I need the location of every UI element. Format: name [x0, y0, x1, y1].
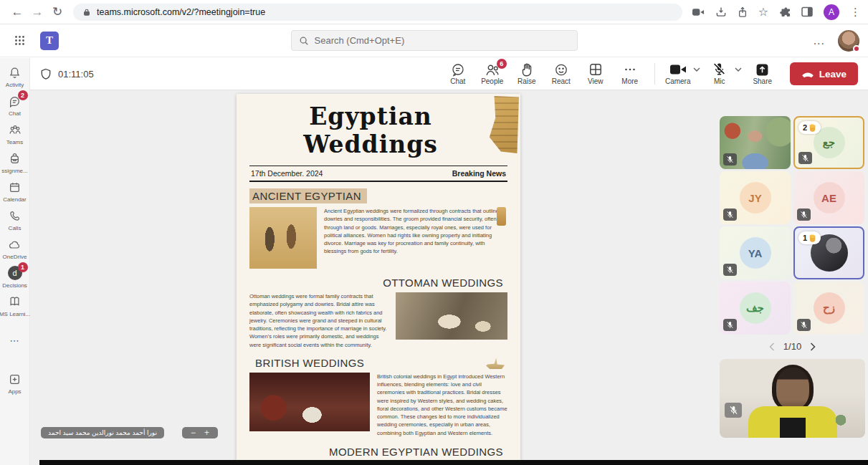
raise-hand-icon [520, 62, 534, 77]
section-heading-ancient: ANCIENT EGYPTIAN [249, 188, 367, 203]
meeting-timer: 01:11:05 [40, 68, 94, 80]
address-bar[interactable]: teams.microsoft.com/v2/?meetingjoin=true [73, 4, 682, 21]
participant-initials: زح [814, 292, 845, 324]
zoom-out-button[interactable]: − [191, 428, 196, 437]
spotlight-video-tile[interactable] [720, 359, 865, 438]
sidebar-item-decisions[interactable]: d 1 Decisions [0, 266, 30, 289]
hieroglyph-figure-graphic [497, 207, 506, 226]
mic-muted-badge [798, 152, 812, 164]
participant-tile-avatar[interactable]: جف [720, 282, 791, 335]
chat-icon [451, 62, 465, 77]
view-button[interactable]: View [578, 62, 613, 85]
people-badge: 6 [497, 59, 507, 69]
ottoman-text: Ottoman weddings were formal family cont… [249, 292, 388, 349]
browser-menu-icon[interactable]: ⋮ [850, 6, 861, 19]
backpack-icon [8, 151, 22, 166]
browser-forward-button[interactable]: → [27, 2, 47, 22]
participants-panel: 2 جع JY AE [720, 116, 865, 438]
zoom-in-button[interactable]: + [204, 428, 209, 437]
participant-initials: YA [740, 237, 771, 269]
participant-tile-video[interactable] [720, 116, 791, 169]
book-icon [8, 294, 22, 309]
toolbar-divider [654, 63, 655, 85]
teams-logo[interactable]: T [40, 32, 59, 50]
british-image [249, 373, 370, 431]
slide-date-row: 17th December. 2024 Breaking News [249, 166, 507, 182]
search-input[interactable] [315, 35, 570, 46]
participant-tile-avatar[interactable]: JY [720, 171, 791, 224]
sidebar-more-button[interactable]: ⋯ [0, 333, 30, 347]
chat-badge: 2 [18, 90, 28, 100]
mic-button[interactable]: Mic [704, 62, 735, 85]
participant-initials: AE [814, 182, 845, 214]
participant-tile-photo[interactable]: 1 [793, 226, 864, 279]
participant-tile-avatar[interactable]: 2 جع [793, 116, 864, 169]
sidebar-item-assignments[interactable]: ssignme... [0, 151, 30, 174]
section-heading-modern: MODERN EGYPTIAN WEDDINGS [249, 446, 503, 458]
extensions-icon[interactable] [779, 6, 791, 18]
participant-tile-avatar[interactable]: AE [793, 171, 864, 224]
meeting-toolbar: 01:11:05 Chat [30, 58, 868, 90]
chat-bubble-icon: 2 [8, 94, 22, 108]
browser-profile-avatar[interactable]: A [824, 4, 839, 20]
sidebar-item-calendar[interactable]: Calendar [0, 180, 30, 203]
mic-muted-badge [797, 319, 811, 331]
raised-hand-badge: 1 [798, 231, 821, 244]
share-button[interactable]: Share [745, 62, 780, 85]
pager-next-icon[interactable] [810, 342, 816, 351]
share-screen-icon [755, 62, 770, 77]
browser-back-button[interactable]: ← [7, 2, 27, 22]
mic-options-chevron[interactable] [733, 59, 744, 80]
search-bar[interactable] [291, 30, 578, 51]
camera-button[interactable]: Camera [662, 62, 694, 85]
apps-plus-icon [8, 372, 22, 386]
sidebar-item-chat[interactable]: 2 Chat [0, 94, 30, 117]
camera-options-chevron[interactable] [691, 59, 702, 80]
browser-reload-button[interactable]: ↻ [47, 2, 67, 22]
phone-icon [8, 208, 22, 223]
pager-text: 1/10 [783, 341, 801, 352]
chat-button[interactable]: Chat [441, 62, 475, 85]
react-button[interactable]: React [544, 62, 578, 85]
slide-title: Egyptian Weddings [252, 102, 489, 158]
participant-tile-avatar[interactable]: YA [720, 226, 791, 279]
sidebar-item-teams[interactable]: Teams [0, 123, 30, 145]
section-heading-british: BRITISH WEDDINGS [255, 357, 507, 369]
papyrus-graphic [489, 96, 519, 153]
lock-icon [82, 7, 91, 17]
sidebar-item-apps[interactable]: Apps [0, 372, 30, 395]
mic-muted-badge [723, 319, 737, 331]
mic-muted-badge [723, 153, 737, 166]
bookmark-star-icon[interactable]: ☆ [758, 5, 768, 19]
ellipsis-icon: ⋯ [8, 333, 22, 347]
app-launcher-icon[interactable] [9, 30, 30, 52]
presenter-name-label: نورا أحمد محمد نورالدين محمد سيد احمد [41, 427, 164, 438]
zoom-controls: − + [182, 427, 218, 438]
pager-prev-icon[interactable] [769, 342, 775, 351]
sidebar-item-activity[interactable]: Activity [0, 65, 30, 88]
tab-camera-icon[interactable] [692, 7, 705, 17]
sidebar-item-onedrive[interactable]: OneDrive [0, 237, 30, 260]
shared-presentation: Egyptian Weddings 17th December. 2024 Br… [237, 94, 520, 461]
raised-hand-badge: 2 [798, 121, 821, 134]
people-icon: 6 [484, 62, 501, 77]
sidebar-item-ms-learning[interactable]: MS Learni... [0, 294, 30, 317]
people-button[interactable]: 6 People [475, 62, 510, 85]
search-icon [299, 36, 309, 46]
user-avatar[interactable] [838, 30, 859, 52]
participant-initials: JY [740, 182, 771, 214]
leave-button[interactable]: Leave [790, 62, 858, 85]
raise-hand-button[interactable]: Raise [510, 62, 544, 85]
more-button[interactable]: More [613, 62, 647, 85]
share-page-icon[interactable] [738, 6, 748, 18]
presence-busy-dot [853, 45, 860, 52]
header-more-icon[interactable]: ... [814, 34, 825, 47]
side-panel-icon[interactable] [801, 6, 813, 17]
sidebar-item-calls[interactable]: Calls [0, 208, 30, 231]
participant-tile-avatar[interactable]: زح [793, 282, 864, 335]
install-icon[interactable] [715, 6, 727, 17]
british-text: British colonial weddings in Egypt intro… [377, 373, 507, 437]
cloud-icon [8, 237, 22, 251]
mic-muted-badge [797, 208, 811, 221]
app-sidebar: Activity 2 Chat Teams [0, 58, 30, 465]
